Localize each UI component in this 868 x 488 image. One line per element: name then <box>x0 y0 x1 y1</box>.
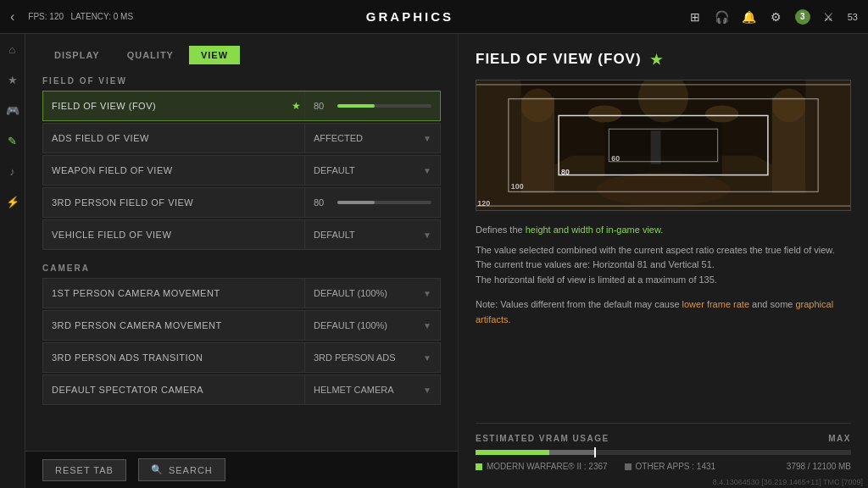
setting-name-fov: FIELD OF VIEW (FOV) <box>43 101 285 111</box>
detail-desc-3: Note: Values different from the default … <box>476 297 851 327</box>
tab-bar: DISPLAY QUALITY VIEW <box>25 34 458 64</box>
setting-name-spectator-cam: DEFAULT SPECTATOR CAMERA <box>43 385 304 395</box>
vram-bar-container <box>476 450 851 455</box>
svg-point-11 <box>597 173 731 206</box>
sidebar: ⌂ ★ 🎮 ✎ ♪ ⚡ <box>0 34 25 488</box>
setting-name-ads-fov: ADS FIELD OF VIEW <box>43 133 304 143</box>
fps-display: FPS: 120 LATENCY: 0 MS <box>28 12 133 21</box>
svg-rect-10 <box>651 130 661 164</box>
bell-icon[interactable]: 🔔 <box>741 8 758 25</box>
slider-fov[interactable]: 80 <box>304 92 440 120</box>
sidebar-lightning-icon[interactable]: ⚡ <box>4 193 21 210</box>
slider-val-3rd-fov: 80 <box>314 197 331 208</box>
vram-legend-mw: MODERN WARFARE® II : 2367 <box>476 462 608 471</box>
search-button[interactable]: 🔍 SEARCH <box>138 458 225 481</box>
fov-preview: 120 100 80 60 <box>476 80 851 211</box>
chevron-spectator-cam: ▼ <box>423 385 431 395</box>
svg-point-8 <box>588 106 621 123</box>
slider-3rd-fov[interactable]: 80 <box>304 188 440 217</box>
version-info: 8.4.13064530 [36.219.1465+11] TMC [7009] <box>713 478 863 486</box>
sidebar-star-icon[interactable]: ★ <box>4 71 21 88</box>
setting-name-3rd-fov: 3RD PERSON FIELD OF VIEW <box>43 197 304 208</box>
setting-name-ads-transition: 3RD PERSON ADS TRANSITION <box>43 352 304 363</box>
setting-value-3rd-cam: DEFAULT (100%) ▼ <box>304 311 440 340</box>
vram-header: ESTIMATED VRAM USAGE MAX <box>476 434 851 443</box>
vram-max-label: MAX <box>828 434 851 443</box>
vram-bar-indicator <box>594 447 596 458</box>
sidebar-pencil-icon[interactable]: ✎ <box>4 132 21 149</box>
settings-list: FIELD OF VIEW FIELD OF VIEW (FOV) ★ 80 A… <box>25 64 458 451</box>
svg-rect-7 <box>604 114 721 176</box>
setting-row-spectator-cam[interactable]: DEFAULT SPECTATOR CAMERA HELMET CAMERA ▼ <box>42 374 441 405</box>
sidebar-controller-icon[interactable]: 🎮 <box>4 102 21 119</box>
vram-dot-gray <box>625 463 632 470</box>
setting-name-vehicle-fov: VEHICLE FIELD OF VIEW <box>43 230 304 240</box>
setting-value-vehicle-fov: DEFAULT ▼ <box>304 220 440 249</box>
back-button[interactable]: ‹ <box>10 9 14 25</box>
page-title: GRAPHICS <box>133 9 687 24</box>
chevron-3rd-cam: ▼ <box>423 321 431 330</box>
svg-point-14 <box>772 89 805 122</box>
tab-display[interactable]: DISPLAY <box>42 46 112 64</box>
vram-bar-mw <box>476 450 549 455</box>
setting-row-fov[interactable]: FIELD OF VIEW (FOV) ★ 80 <box>42 91 441 121</box>
setting-name-weapon-fov: WEAPON FIELD OF VIEW <box>43 165 304 175</box>
setting-value-weapon-fov: DEFAULT ▼ <box>304 156 440 185</box>
reset-tab-button[interactable]: RESET TAB <box>42 459 126 481</box>
vram-legend-other: OTHER APPS : 1431 <box>625 462 716 471</box>
topbar: ‹ FPS: 120 LATENCY: 0 MS GRAPHICS ⊞ 🎧 🔔 … <box>0 0 868 34</box>
svg-text:80: 80 <box>561 168 570 176</box>
setting-name-1st-cam: 1ST PERSON CAMERA MOVEMENT <box>43 288 304 298</box>
setting-name-3rd-cam: 3RD PERSON CAMERA MOVEMENT <box>43 320 304 330</box>
score-icon: ⚔ <box>821 8 837 25</box>
grid-icon[interactable]: ⊞ <box>687 8 704 25</box>
svg-text:120: 120 <box>477 199 490 208</box>
vram-bar-other <box>549 450 594 455</box>
setting-row-1st-cam[interactable]: 1ST PERSON CAMERA MOVEMENT DEFAULT (100%… <box>42 278 441 308</box>
slider-val-fov: 80 <box>314 101 331 111</box>
star-icon-fov: ★ <box>292 100 301 112</box>
bottom-bar: RESET TAB 🔍 SEARCH <box>25 451 458 488</box>
setting-value-spectator-cam: HELMET CAMERA ▼ <box>304 375 440 404</box>
main-content: DISPLAY QUALITY VIEW FIELD OF VIEW FIELD… <box>25 34 868 488</box>
coin-badge[interactable]: 3 <box>795 9 810 25</box>
setting-row-vehicle-fov[interactable]: VEHICLE FIELD OF VIEW DEFAULT ▼ <box>42 219 441 250</box>
section-camera-label: CAMERA <box>42 252 441 278</box>
search-icon: 🔍 <box>151 464 164 475</box>
vram-current: 3798 / 12100 MB <box>787 462 851 471</box>
setting-row-3rd-fov[interactable]: 3RD PERSON FIELD OF VIEW 80 <box>42 187 441 218</box>
vram-section: ESTIMATED VRAM USAGE MAX MODERN WARFARE®… <box>476 423 851 471</box>
slider-track-3rd-fov <box>337 201 431 204</box>
headset-icon[interactable]: 🎧 <box>714 8 731 25</box>
chevron-ads-fov: ▼ <box>423 134 431 143</box>
slider-track-fov <box>337 104 431 108</box>
setting-value-1st-cam: DEFAULT (100%) ▼ <box>304 279 440 308</box>
setting-row-ads-transition[interactable]: 3RD PERSON ADS TRANSITION 3RD PERSON ADS… <box>42 342 441 373</box>
detail-desc-1: Defines the height and width of in-game … <box>476 223 851 238</box>
gear-icon[interactable]: ⚙ <box>768 8 785 25</box>
sidebar-sound-icon[interactable]: ♪ <box>4 163 21 180</box>
tab-quality[interactable]: QUALITY <box>115 46 186 64</box>
chevron-weapon-fov: ▼ <box>423 166 431 175</box>
setting-row-ads-fov[interactable]: ADS FIELD OF VIEW AFFECTED ▼ <box>42 123 441 153</box>
topbar-icons: ⊞ 🎧 🔔 ⚙ 3 ⚔ 53 <box>687 8 858 25</box>
svg-text:60: 60 <box>611 154 620 163</box>
chevron-1st-cam: ▼ <box>423 289 431 298</box>
svg-point-13 <box>521 89 554 122</box>
setting-row-3rd-cam[interactable]: 3RD PERSON CAMERA MOVEMENT DEFAULT (100%… <box>42 310 441 341</box>
left-panel: DISPLAY QUALITY VIEW FIELD OF VIEW FIELD… <box>25 34 458 488</box>
svg-text:100: 100 <box>511 182 524 191</box>
chevron-vehicle-fov: ▼ <box>423 230 431 240</box>
svg-rect-5 <box>805 80 850 210</box>
detail-star: ★ <box>650 52 663 68</box>
tab-view[interactable]: VIEW <box>189 46 240 64</box>
sidebar-home-icon[interactable]: ⌂ <box>4 41 21 58</box>
detail-title: FIELD OF VIEW (FOV) ★ <box>476 51 851 68</box>
svg-point-9 <box>705 106 738 123</box>
chevron-ads-transition: ▼ <box>423 353 431 363</box>
vram-dot-green <box>476 463 482 470</box>
setting-row-weapon-fov[interactable]: WEAPON FIELD OF VIEW DEFAULT ▼ <box>42 155 441 186</box>
detail-desc-2: The value selected combined with the cur… <box>476 243 851 288</box>
fov-bg: 120 100 80 60 <box>476 80 850 210</box>
setting-value-ads-fov: AFFECTED ▼ <box>304 124 440 152</box>
